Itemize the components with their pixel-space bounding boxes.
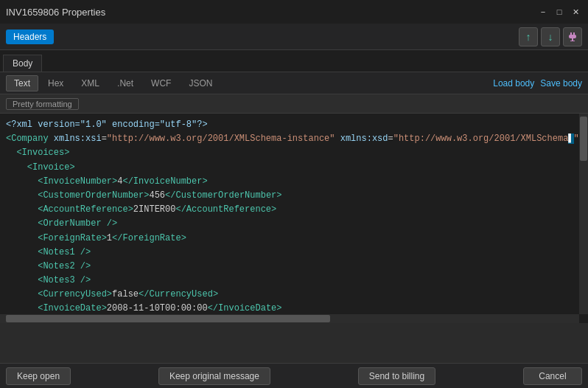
plug-icon [567, 32, 578, 42]
pretty-formatting-button[interactable]: Pretty formatting [6, 98, 79, 110]
tab-xml[interactable]: XML [73, 75, 108, 91]
xml-line-10: <Notes1 /> [6, 246, 573, 260]
toolbar-left: Headers [6, 30, 54, 44]
section-tabs-row: Body [0, 50, 588, 72]
svg-rect-2 [569, 35, 576, 38]
load-body-button[interactable]: Load body [493, 78, 534, 89]
pretty-bar: Pretty formatting [0, 94, 588, 114]
cancel-button[interactable]: Cancel [523, 367, 582, 385]
bottom-bar: Keep open Keep original message Send to … [0, 363, 588, 388]
xml-line-11: <Notes2 /> [6, 260, 573, 274]
headers-tab[interactable]: Headers [6, 30, 54, 44]
title-bar-controls: − □ ✕ [536, 5, 582, 18]
content-tabs-row: Text Hex XML .Net WCF JSON Load body Sav… [0, 72, 588, 94]
save-body-button[interactable]: Save body [540, 78, 582, 89]
top-toolbar: Headers ↑ ↓ [0, 24, 588, 50]
up-button[interactable]: ↑ [519, 27, 538, 46]
tab-wcf[interactable]: WCF [143, 75, 179, 91]
send-to-billing-button[interactable]: Send to billing [358, 367, 435, 385]
close-button[interactable]: ✕ [569, 5, 582, 18]
xml-line-4: <Invoice> [6, 161, 573, 175]
tab-text[interactable]: Text [6, 75, 38, 91]
body-section-tab[interactable]: Body [3, 55, 42, 72]
tab-hex[interactable]: Hex [40, 75, 71, 91]
xml-content-area[interactable]: <?xml version="1.0" encoding="utf-8"?> <… [0, 114, 579, 314]
xml-line-8: <OrderNumber /> [6, 217, 573, 231]
plug-button[interactable] [563, 27, 582, 46]
restore-button[interactable]: □ [553, 5, 566, 18]
xml-line-3: <Invoices> [6, 146, 573, 160]
horizontal-scrollbar[interactable] [0, 314, 579, 323]
title-bar: INV1659806 Properties − □ ✕ [0, 0, 588, 24]
xml-line-7: <AccountReference>2INTER00</AccountRefer… [6, 203, 573, 217]
vertical-scrollbar-thumb[interactable] [580, 117, 587, 161]
xml-line-14: <InvoiceDate>2008-11-10T00:00:00</Invoic… [6, 302, 573, 314]
window-title: INV1659806 Properties [6, 7, 105, 18]
xml-line-12: <Notes3 /> [6, 274, 573, 288]
svg-rect-4 [570, 41, 575, 41]
vertical-scrollbar[interactable] [579, 114, 588, 314]
xml-line-1: <?xml version="1.0" encoding="utf-8"?> [6, 118, 573, 132]
keep-original-button[interactable]: Keep original message [158, 367, 270, 385]
horizontal-scrollbar-thumb[interactable] [6, 315, 330, 322]
down-button[interactable]: ↓ [541, 27, 560, 46]
content-tabs-right: Load body Save body [493, 78, 582, 89]
xml-line-2: <Company xmlns:xsi="http://www.w3.org/20… [6, 132, 573, 146]
svg-rect-3 [572, 38, 573, 41]
tab-json[interactable]: JSON [181, 75, 220, 91]
keep-open-button[interactable]: Keep open [6, 367, 71, 385]
minimize-button[interactable]: − [536, 5, 550, 18]
toolbar-right: ↑ ↓ [519, 27, 582, 46]
tab-net[interactable]: .Net [109, 75, 141, 91]
xml-line-13: <CurrencyUsed>false</CurrencyUsed> [6, 288, 573, 302]
xml-line-5: <InvoiceNumber>4</InvoiceNumber> [6, 175, 573, 189]
content-wrapper: <?xml version="1.0" encoding="utf-8"?> <… [0, 114, 588, 323]
xml-line-9: <ForeignRate>1</ForeignRate> [6, 232, 573, 246]
xml-line-6: <CustomerOrderNumber>456</CustomerOrderN… [6, 189, 573, 203]
content-tabs-left: Text Hex XML .Net WCF JSON [6, 75, 220, 91]
